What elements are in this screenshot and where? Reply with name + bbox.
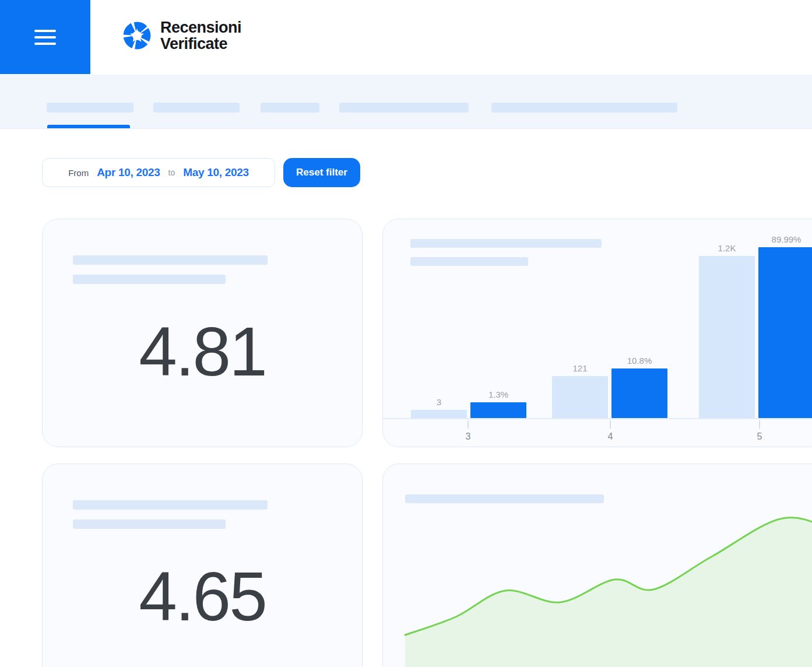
to-date-value[interactable]: May 10, 2023 (183, 166, 249, 179)
x-axis-tick (759, 420, 760, 429)
average-score-card: 4.81 (42, 219, 363, 447)
x-axis-label-5: 5 (748, 431, 771, 442)
dashboard-page: Recensioni Verificate From Apr 10, 2023 … (0, 0, 812, 667)
secondary-score-card: 4.65 (42, 464, 363, 667)
percentage-bar[interactable] (611, 368, 667, 418)
brand-line-1: Recensioni (160, 19, 241, 36)
hamburger-icon (34, 30, 56, 45)
bar-group-rating-3: 3 1.3% (411, 389, 526, 418)
tab-skeleton-2[interactable] (153, 103, 240, 113)
ratings-bar-chart-card: 3 1.3% 121 10.8% (382, 219, 812, 447)
from-label: From (68, 168, 89, 178)
reset-filter-button[interactable]: Reset filter (283, 158, 360, 187)
to-label: to (168, 168, 175, 177)
brand-name: Recensioni Verificate (160, 19, 241, 52)
percentage-bar[interactable] (470, 402, 526, 418)
brand-logo: Recensioni Verificate (122, 19, 241, 52)
card-title-skeleton (73, 255, 268, 265)
bar-column: 121 (552, 363, 608, 418)
bar-column: 1.2K (699, 243, 755, 418)
bar-value-label: 1.3% (488, 389, 508, 399)
tab-bar (0, 75, 812, 129)
app-header: Recensioni Verificate (0, 0, 812, 74)
count-bar[interactable] (552, 376, 608, 418)
bar-column: 89.99% (758, 234, 812, 418)
bar-value-label: 3 (437, 397, 441, 407)
brand-line-2: Verificate (160, 36, 241, 52)
card-subtitle-skeleton (73, 519, 226, 529)
brand-star-icon (122, 20, 152, 51)
count-bar[interactable] (699, 256, 755, 418)
card-title-skeleton (73, 500, 268, 510)
bar-column: 1.3% (470, 389, 526, 418)
from-date-value[interactable]: Apr 10, 2023 (97, 166, 160, 179)
bar-value-label: 89.99% (772, 234, 802, 244)
bar-value-label: 121 (572, 363, 587, 373)
percentage-bar[interactable] (758, 247, 812, 418)
tab-skeleton-4[interactable] (339, 103, 469, 113)
active-tab-indicator (47, 125, 130, 128)
tab-skeleton-1[interactable] (47, 103, 133, 113)
bar-chart-plot: 3 1.3% 121 10.8% (383, 219, 812, 419)
x-axis-tick (467, 420, 469, 429)
x-axis-label-4: 4 (599, 431, 622, 442)
bar-column: 10.8% (611, 356, 667, 418)
trend-area-chart (383, 464, 812, 667)
bar-group-rating-4: 121 10.8% (552, 356, 667, 418)
card-subtitle-skeleton (73, 275, 226, 284)
bar-column: 3 (411, 397, 467, 418)
bar-value-label: 10.8% (627, 356, 652, 366)
bar-value-label: 1.2K (718, 243, 736, 253)
tab-skeleton-3[interactable] (261, 103, 319, 113)
x-axis-label-3: 3 (456, 431, 480, 442)
secondary-score-value: 4.65 (43, 562, 362, 631)
tab-skeleton-5[interactable] (491, 103, 677, 113)
trend-area-chart-card (382, 464, 812, 667)
area-fill-shape (405, 518, 812, 667)
average-score-value: 4.81 (43, 317, 362, 386)
x-axis-tick (610, 420, 611, 429)
bar-group-rating-5: 1.2K 89.99% (699, 234, 812, 418)
menu-button[interactable] (0, 0, 90, 74)
date-range-filter[interactable]: From Apr 10, 2023 to May 10, 2023 (42, 158, 275, 187)
count-bar[interactable] (411, 410, 467, 418)
